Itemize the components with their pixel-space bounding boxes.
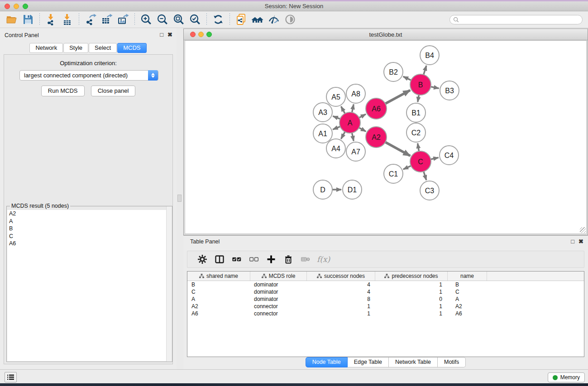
network-resize-grip[interactable]	[580, 227, 586, 233]
run-mcds-button[interactable]: Run MCDS	[41, 86, 85, 96]
tab-style[interactable]: Style	[63, 43, 88, 53]
table-row[interactable]: Bdominator41B	[187, 281, 584, 288]
splitter-grip[interactable]	[177, 195, 182, 202]
table-row[interactable]: A2connector11A2	[187, 303, 584, 310]
table-cell[interactable]: A2	[187, 303, 250, 310]
table-cell[interactable]: 0	[375, 295, 448, 303]
graph-node-C1[interactable]: C1	[384, 164, 403, 183]
show-graphics-details-button[interactable]	[282, 12, 298, 27]
show-columns-button[interactable]	[211, 253, 228, 266]
table-row[interactable]: Adominator80A	[187, 295, 584, 303]
close-panel-icon[interactable]: ✖	[167, 31, 172, 38]
zoom-in-button[interactable]	[138, 12, 154, 27]
function-builder-button[interactable]: f(x)	[317, 255, 330, 264]
column-header-name[interactable]: name	[448, 272, 487, 281]
graph-node-D[interactable]: D	[313, 180, 332, 199]
tab-network-table[interactable]: Network Table	[389, 357, 438, 367]
table-cell[interactable]: connector	[250, 303, 307, 310]
graph-node-B4[interactable]: B4	[420, 46, 439, 65]
criterion-select[interactable]: largest connected component (directed)	[19, 70, 158, 81]
table-cell[interactable]: B	[187, 281, 250, 288]
export-table-button[interactable]	[99, 12, 115, 27]
network-canvas[interactable]: B4B2BB3A8A5A6A3B1AC2A1A2A4A7C4CC1DD1C3	[185, 40, 587, 234]
graph-node-C2[interactable]: C2	[406, 123, 425, 142]
graph-node-B[interactable]: B	[410, 74, 431, 95]
graph-node-C[interactable]: C	[410, 151, 431, 172]
select-all-columns-button[interactable]	[228, 253, 245, 266]
float-panel-icon[interactable]: □	[160, 31, 163, 38]
column-header-predecessor-nodes[interactable]: predecessor nodes	[375, 272, 448, 281]
column-header-mcds-role[interactable]: MCDS role	[250, 272, 307, 281]
hide-graphics-details-button[interactable]	[266, 12, 282, 27]
table-cell[interactable]: 1	[375, 303, 448, 310]
table-cell[interactable]: B	[448, 281, 487, 288]
search-input[interactable]	[461, 16, 579, 23]
result-list-item[interactable]: A	[7, 218, 172, 225]
network-window-titlebar[interactable]: testGlobe.txt	[184, 29, 588, 40]
new-network-from-selection-button[interactable]	[233, 12, 249, 27]
delete-columns-button[interactable]	[280, 253, 297, 266]
close-panel-button[interactable]: Close panel	[91, 86, 136, 96]
unselect-all-columns-button[interactable]	[245, 253, 263, 266]
graph-node-A5[interactable]: A5	[326, 87, 345, 106]
show-panels-button[interactable]	[5, 372, 17, 382]
tab-edge-table[interactable]: Edge Table	[348, 357, 389, 367]
panel-splitter[interactable]	[177, 28, 183, 369]
table-cell[interactable]: dominator	[250, 295, 307, 303]
export-image-button[interactable]	[115, 12, 131, 27]
delete-table-button[interactable]	[297, 253, 314, 266]
import-table-button[interactable]	[59, 12, 76, 27]
graph-node-B2[interactable]: B2	[384, 62, 403, 81]
open-session-button[interactable]	[4, 12, 20, 27]
table-cell[interactable]: connector	[250, 310, 307, 317]
table-cell[interactable]: 1	[307, 310, 375, 317]
graph-node-A4[interactable]: A4	[326, 139, 345, 158]
table-cell[interactable]: 1	[375, 281, 448, 288]
column-header-successor-nodes[interactable]: successor nodes	[307, 272, 375, 281]
graph-node-B1[interactable]: B1	[406, 103, 425, 122]
graph-node-A8[interactable]: A8	[346, 84, 365, 103]
graph-node-B3[interactable]: B3	[440, 81, 459, 100]
apply-layout-button[interactable]	[210, 12, 226, 27]
table-cell[interactable]: C	[448, 288, 487, 295]
graph-node-C3[interactable]: C3	[420, 181, 439, 200]
table-cell[interactable]: 1	[307, 303, 375, 310]
table-cell[interactable]: A2	[448, 303, 487, 310]
table-cell[interactable]: dominator	[250, 288, 307, 295]
zoom-out-button[interactable]	[154, 12, 171, 27]
graph-node-A[interactable]: A	[339, 112, 360, 133]
float-table-panel-icon[interactable]: □	[571, 238, 574, 245]
export-network-button[interactable]	[82, 12, 99, 27]
result-list-item[interactable]: C	[7, 233, 172, 240]
column-header-shared-name[interactable]: shared name	[187, 272, 250, 281]
graph-node-A2[interactable]: A2	[366, 127, 387, 148]
graph-node-A3[interactable]: A3	[313, 103, 332, 122]
table-cell[interactable]: A6	[187, 310, 250, 317]
home-button[interactable]	[249, 12, 266, 27]
import-network-button[interactable]	[43, 12, 59, 27]
table-row[interactable]: Cdominator41C	[187, 288, 584, 295]
tab-mcds[interactable]: MCDS	[117, 43, 146, 53]
table-cell[interactable]: C	[187, 288, 250, 295]
tab-network[interactable]: Network	[29, 43, 63, 53]
tab-node-table[interactable]: Node Table	[306, 357, 348, 367]
close-table-panel-icon[interactable]: ✖	[578, 238, 583, 245]
graph-node-C4[interactable]: C4	[440, 146, 459, 165]
tab-select[interactable]: Select	[89, 43, 117, 53]
zoom-selected-button[interactable]	[187, 12, 203, 27]
network-graph[interactable]: B4B2BB3A8A5A6A3B1AC2A1A2A4A7C4CC1DD1C3	[185, 41, 587, 234]
table-cell[interactable]: 4	[307, 281, 375, 288]
zoom-fit-button[interactable]	[171, 12, 187, 27]
result-list-item[interactable]: A2	[7, 210, 172, 218]
window-titlebar[interactable]: Session: New Session	[0, 1, 588, 11]
table-cell[interactable]: 1	[375, 310, 448, 317]
save-session-button[interactable]	[20, 12, 36, 27]
table-row[interactable]: A6connector11A6	[187, 310, 584, 317]
table-cell[interactable]: 1	[375, 288, 448, 295]
result-list-scrollbar[interactable]	[166, 206, 172, 362]
search-field[interactable]	[449, 15, 583, 24]
table-cell[interactable]: A6	[448, 310, 487, 317]
table-cell[interactable]: A	[187, 295, 250, 303]
table-cell[interactable]: A	[448, 295, 487, 303]
tab-motifs[interactable]: Motifs	[438, 357, 466, 367]
